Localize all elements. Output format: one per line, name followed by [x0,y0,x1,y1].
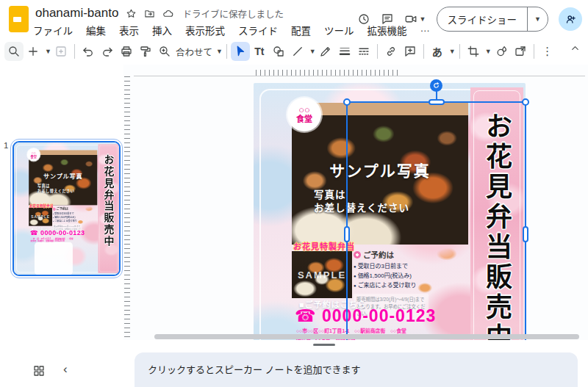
border-weight-button[interactable] [335,42,354,61]
shape-tool-button[interactable] [269,42,288,61]
shop-badge-bottom: 食堂 [31,155,37,158]
toolbar: ▼ 合わせて ▼ Tt ▼ あ ▼ ▼ ⋮ [4,40,588,63]
save-status[interactable]: ドライブに保存しました [182,7,284,21]
resize-handle-top-left[interactable] [343,98,351,106]
line-tool-button[interactable] [288,42,307,61]
document-title[interactable]: ohanami-banto [35,6,118,21]
slide-number: 1 [4,141,8,150]
toolbar-divider [226,44,227,59]
horizontal-ruler [256,70,401,76]
move-folder-icon[interactable] [144,8,155,19]
small-bento-photo: SAMPLE [292,251,352,298]
slideshow-caret-icon[interactable]: ▼ [527,7,548,31]
menu-file[interactable]: ファイル [26,21,79,39]
fit-zoom-caret-icon[interactable]: ▼ [216,48,223,55]
address-line2: 定休日 / 火曜日 営業時間 / 9:00-20:00 [31,239,65,242]
header: ohanami-banto ドライブに保存しました ファイル 編集 表示 挿入 … [0,0,588,38]
text-box-button[interactable]: Tt [250,42,269,61]
horizontal-scrollbar[interactable] [154,334,579,339]
line-tool-caret-icon[interactable]: ▼ [309,48,316,55]
paint-format-button[interactable] [136,42,155,61]
reservation-title-row: ご予約は [53,207,85,211]
shop-badge-bottom: 食堂 [296,115,312,124]
crop-caret-icon[interactable]: ▼ [485,48,492,55]
sample-photo-title: サンプル写真 [29,172,97,181]
slideshow-split-button: スライドショー ▼ [437,7,549,32]
select-tool-button[interactable] [231,42,250,61]
menu-edit[interactable]: 編集 [79,21,112,39]
camera-caret-icon[interactable]: ▼ [420,15,426,23]
menu-slide[interactable]: スライド [232,21,284,39]
header-actions: ▼ スライドショー ▼ [357,4,582,34]
search-menus-button[interactable] [4,42,24,61]
add-comment-button[interactable] [401,42,420,61]
title-row: ohanami-banto ドライブに保存しました [35,4,284,22]
star-icon[interactable] [126,8,137,19]
horizontal-ruler-line [134,76,585,76]
speaker-notes-box[interactable]: クリックするとスピーカー ノートを追加できます [135,352,578,387]
version-history-icon[interactable] [357,12,370,26]
resize-handle-top-right[interactable] [522,98,529,106]
menu-view[interactable]: 表示 [112,21,146,39]
sample-photo-line1: 写真は [314,187,346,201]
shop-badge: ○○ 食堂 [27,148,40,162]
more-tools-button[interactable]: ⋮ [538,42,557,61]
grid-view-button[interactable] [32,364,46,380]
flyer-artwork: ○○ 食堂 サンプル写真 写真は お差し替えください お花見特製弁当 SAMPL… [14,142,120,275]
zoom-button[interactable] [155,42,174,61]
google-slides-window: ohanami-banto ドライブに保存しました ファイル 編集 表示 挿入 … [0,0,588,387]
border-dash-button[interactable] [354,42,373,61]
shop-badge: ○○ 食堂 [287,98,321,131]
shop-badge-top: ○○ [298,105,310,115]
toolbar-divider [534,44,534,59]
slide-canvas[interactable]: ○○ 食堂 サンプル写真 写真は お差し替えください お花見特製弁当 SAMPL… [123,65,588,340]
print-button[interactable] [117,42,136,61]
reservation-item: ご来店による受け取り [53,220,85,223]
redo-button[interactable] [98,42,117,61]
sample-watermark: SAMPLE [31,214,50,219]
toolbar-divider [459,44,460,59]
menu-format[interactable]: 表示形式 [179,21,232,39]
new-slide-button[interactable] [24,42,43,61]
slides-logo-icon[interactable] [9,6,29,32]
slideshow-button[interactable]: スライドショー [437,7,528,31]
speaker-notes-area: ‹ クリックするとスピーカー ノートを追加できます [0,340,588,387]
menu-insert[interactable]: 挿入 [146,21,179,39]
insert-link-button[interactable] [381,42,401,61]
flower-icon [53,208,56,211]
border-color-button[interactable] [316,42,335,61]
undo-button[interactable] [79,42,98,61]
toolbar-divider [377,44,378,59]
text-style-caret-icon[interactable]: ▼ [449,48,456,55]
map-box [35,242,73,275]
recolor-image-button[interactable] [492,42,511,61]
notes-splitter-handle[interactable] [313,344,335,346]
cloud-saved-icon[interactable] [162,8,173,19]
new-slide-caret-icon[interactable]: ▼ [45,48,51,55]
menu-tools[interactable]: ツール [318,21,361,39]
hide-menus-button[interactable] [570,43,581,57]
resize-handle-left[interactable] [344,226,350,242]
replace-image-button[interactable] [511,42,530,61]
resize-handle-top[interactable] [429,99,445,105]
toolbar-divider [423,44,424,59]
fit-zoom-select[interactable]: 合わせて [174,45,214,59]
text-style-button[interactable]: あ [428,42,447,61]
share-button[interactable] [559,7,582,31]
vertical-banner: お花見弁当販売中 [98,144,118,272]
collapse-filmstrip-icon[interactable]: ‹ [63,362,68,377]
phone-number: ☎ 0000-00-0123 [30,229,85,236]
menu-arrange[interactable]: 配置 [284,21,318,39]
comments-icon[interactable] [381,12,394,26]
rotate-handle[interactable] [430,79,442,92]
filmstrip-panel: 1 ○○ 食堂 サンプル写真 写真は お差し替えください お花見特製弁当 SAM… [0,65,123,352]
banner-title: お花見弁当販売中 [103,154,113,247]
meet-camera-icon[interactable]: ▼ [404,12,426,26]
reservation-title: ご予約は [57,207,68,211]
slide-thumbnail-1[interactable]: ○○ 食堂 サンプル写真 写真は お差し替えください お花見特製弁当 SAMPL… [12,141,121,276]
resize-handle-right[interactable] [523,226,528,242]
sample-watermark: SAMPLE [298,270,346,281]
image-selection-box[interactable] [346,101,526,340]
crop-image-button[interactable] [464,42,483,61]
sample-photo-line2: お差し替えください [37,188,74,194]
